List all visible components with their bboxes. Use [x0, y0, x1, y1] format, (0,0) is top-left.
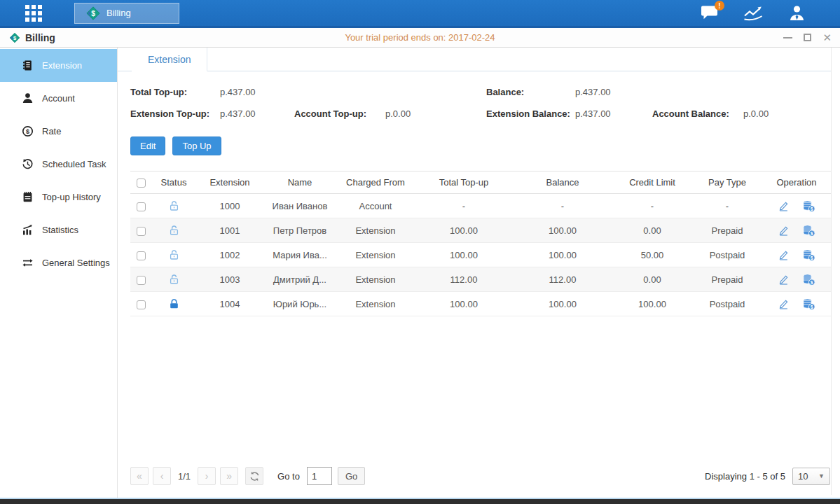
- sidebar-item-rate[interactable]: $Rate: [0, 115, 117, 148]
- extensions-table: StatusExtensionNameCharged FromTotal Top…: [130, 171, 831, 316]
- column-header: Status: [151, 172, 196, 194]
- refresh-icon[interactable]: [245, 467, 263, 485]
- sidebar-item-statistics[interactable]: Statistics: [0, 214, 117, 246]
- select-all-checkbox[interactable]: [137, 178, 146, 188]
- edit-row-icon[interactable]: [778, 225, 790, 237]
- column-header: Pay Type: [692, 172, 762, 194]
- page-size-select[interactable]: 10 ▼: [792, 468, 830, 485]
- svg-text:$: $: [26, 128, 29, 135]
- summary-value: p.0.00: [385, 108, 486, 119]
- topup-row-icon[interactable]: $: [802, 249, 815, 261]
- cell-charged-from: Extension: [336, 267, 415, 292]
- go-button[interactable]: Go: [338, 467, 365, 485]
- account-icon: [22, 92, 34, 104]
- cell-credit-limit: 0.00: [612, 218, 692, 243]
- sidebar-item-general-settings[interactable]: General Settings: [0, 246, 117, 279]
- sidebar-item-label: Extension: [42, 60, 82, 71]
- table-row: 1004Юрий Юрь...Extension100.00100.00100.…: [130, 292, 831, 316]
- tab-strip: Extension: [118, 48, 831, 71]
- edit-button[interactable]: Edit: [130, 136, 165, 155]
- next-page-button[interactable]: ›: [198, 467, 216, 485]
- summary-label: Total Top-up:: [130, 87, 220, 97]
- row-checkbox[interactable]: [137, 276, 146, 285]
- cell-balance: -: [513, 194, 612, 218]
- user-account-icon[interactable]: [787, 5, 806, 22]
- window-titlebar: $ Billing Your trial period ends on: 201…: [0, 28, 840, 48]
- prev-page-button[interactable]: ‹: [153, 467, 171, 485]
- maximize-button[interactable]: [804, 34, 811, 41]
- cell-credit-limit: 100.00: [612, 292, 692, 316]
- edit-row-icon[interactable]: [778, 274, 790, 286]
- summary-value: p.437.00: [575, 108, 652, 119]
- notification-badge: !: [715, 1, 724, 10]
- cell-total-topup: 100.00: [415, 243, 513, 267]
- column-header: Name: [263, 172, 336, 194]
- topup-row-icon[interactable]: $: [802, 298, 815, 310]
- statistics-chart-icon[interactable]: [743, 5, 764, 22]
- svg-text:$: $: [91, 9, 95, 17]
- sidebar-item-label: Rate: [42, 126, 61, 136]
- cell-pay-type: -: [692, 194, 762, 218]
- row-checkbox[interactable]: [137, 251, 146, 260]
- edit-row-icon[interactable]: [778, 298, 790, 310]
- table-row: 1000Иван ИвановAccount----$: [130, 194, 831, 218]
- row-checkbox[interactable]: [137, 227, 146, 236]
- cell-extension: 1000: [196, 194, 263, 218]
- edit-row-icon[interactable]: [778, 249, 790, 261]
- screen-edge: [0, 499, 840, 504]
- app-grid-icon[interactable]: [25, 5, 42, 22]
- statistics-icon: [22, 224, 34, 236]
- goto-page-input[interactable]: [307, 467, 332, 485]
- cell-credit-limit: 0.00: [612, 267, 692, 292]
- lock-open-icon: [168, 224, 180, 234]
- topup-row-icon[interactable]: $: [802, 225, 815, 237]
- topup-row-icon[interactable]: $: [802, 274, 815, 286]
- row-checkbox[interactable]: [137, 202, 146, 211]
- tab-extension[interactable]: Extension: [132, 48, 207, 71]
- lock-closed-icon: [168, 298, 180, 308]
- table-row: 1003Дмитрий Д...Extension112.00112.000.0…: [130, 267, 831, 292]
- sidebar-item-extension[interactable]: Extension: [0, 49, 117, 82]
- cell-charged-from: Extension: [336, 243, 415, 267]
- summary-label: Account Balance:: [652, 108, 743, 119]
- sidebar-item-top-up-history[interactable]: Top-up History: [0, 181, 117, 214]
- cell-credit-limit: 50.00: [612, 243, 692, 267]
- last-page-button[interactable]: »: [220, 467, 238, 485]
- cell-pay-type: Prepaid: [692, 218, 762, 243]
- chevron-down-icon: ▼: [818, 472, 825, 479]
- sidebar-item-scheduled-task[interactable]: Scheduled Task: [0, 148, 117, 181]
- messages-icon[interactable]: !: [700, 5, 719, 21]
- svg-text:$: $: [811, 255, 813, 260]
- cell-pay-type: Postpaid: [692, 243, 762, 267]
- cell-extension: 1003: [196, 267, 263, 292]
- taskbar-billing-button[interactable]: $ Billing: [74, 3, 179, 24]
- cell-total-topup: 112.00: [415, 267, 513, 292]
- minimize-button[interactable]: [783, 37, 792, 38]
- cell-pay-type: Postpaid: [692, 292, 762, 316]
- cell-balance: 112.00: [513, 267, 612, 292]
- first-page-button[interactable]: «: [130, 467, 149, 485]
- sidebar-item-account[interactable]: Account: [0, 82, 117, 115]
- topbar: $ Billing !: [0, 0, 840, 28]
- top-up-button[interactable]: Top Up: [172, 136, 221, 155]
- summary-value: p.437.00: [575, 87, 652, 97]
- page-indicator: 1/1: [178, 471, 191, 482]
- summary-label: Extension Top-up:: [130, 108, 220, 119]
- cell-name: Иван Иванов: [263, 194, 336, 218]
- topup-row-icon[interactable]: $: [802, 200, 815, 212]
- balance-summary: Total Top-up: p.437.00 Balance: p.437.00…: [130, 81, 831, 125]
- cell-total-topup: 100.00: [415, 292, 513, 316]
- edit-row-icon[interactable]: [778, 200, 790, 212]
- cell-pay-type: Prepaid: [692, 267, 762, 292]
- close-button[interactable]: ✕: [822, 34, 832, 41]
- column-header: Operation: [762, 172, 831, 194]
- lock-open-icon: [168, 273, 180, 284]
- window-title: Billing: [25, 32, 55, 43]
- summary-label: Balance:: [486, 87, 575, 97]
- cell-name: Дмитрий Д...: [263, 267, 336, 292]
- column-header: Balance: [513, 172, 612, 194]
- row-checkbox[interactable]: [137, 300, 146, 309]
- column-header: Total Top-up: [415, 172, 513, 194]
- sidebar-item-label: General Settings: [42, 258, 110, 268]
- summary-label: Extension Balance:: [486, 108, 575, 119]
